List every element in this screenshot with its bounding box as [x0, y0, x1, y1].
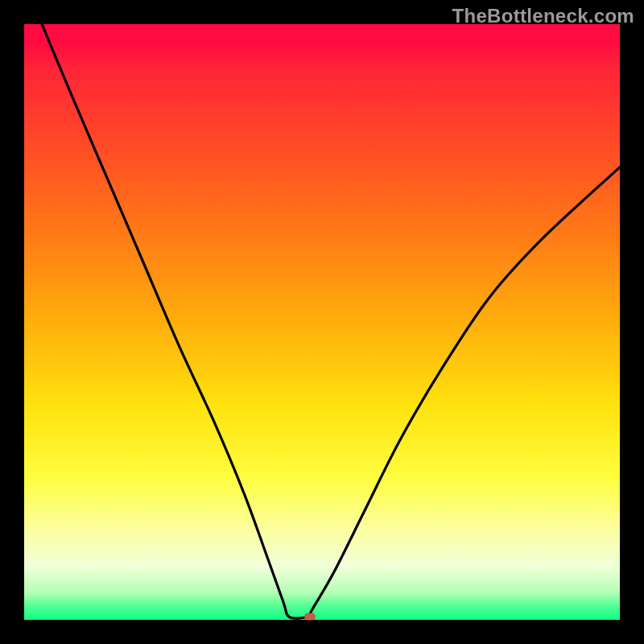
bottleneck-curve [24, 24, 620, 620]
optimum-marker [304, 613, 316, 621]
watermark-text: TheBottleneck.com [452, 5, 634, 27]
chart-frame: TheBottleneck.com [0, 0, 644, 644]
plot-area [24, 24, 620, 620]
